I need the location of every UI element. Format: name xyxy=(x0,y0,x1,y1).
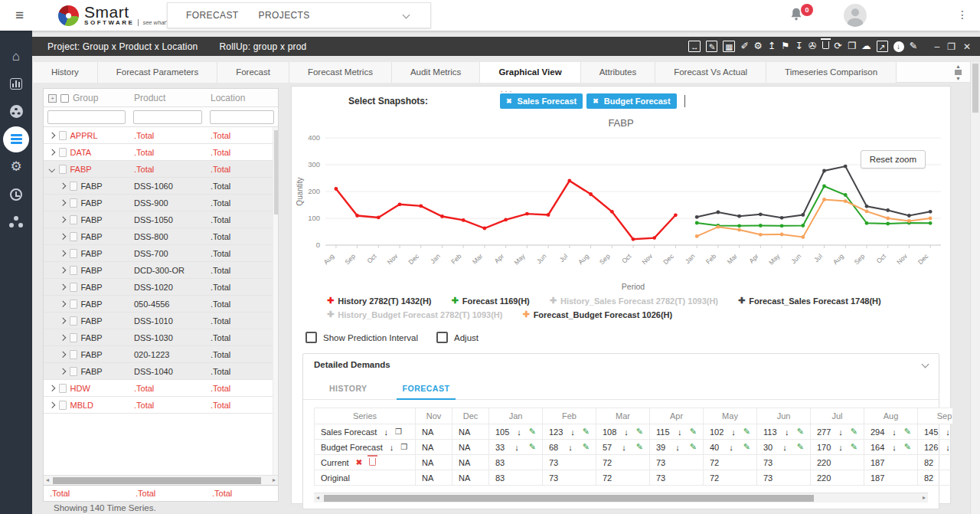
open-external-icon[interactable]: ↗ xyxy=(877,41,888,52)
chart[interactable]: 0100200300400AugSepOctNovDecJanFebMarApr… xyxy=(295,130,949,296)
tree-row[interactable]: FABPDSS-900.Total xyxy=(44,195,278,211)
chevron-right-icon[interactable] xyxy=(60,301,66,307)
column-width-icon[interactable]: ↔ xyxy=(688,41,701,52)
notifications-button[interactable]: 0 xyxy=(788,6,808,25)
group-filter-input[interactable] xyxy=(47,110,126,124)
apply-down-icon[interactable]: ↓ xyxy=(390,443,394,452)
tree-row[interactable]: FABPDSS-1010.Total xyxy=(44,313,278,329)
demand-value-cell[interactable]: 33↓✎ xyxy=(489,440,543,455)
cloud-upload-icon[interactable]: ☁ xyxy=(861,41,871,52)
apply-down-icon[interactable]: ↓ xyxy=(570,427,575,437)
sidebar-item-home[interactable]: ⌂ xyxy=(0,43,32,70)
chevron-right-icon[interactable] xyxy=(60,267,66,273)
tab-timeseries-comparison[interactable]: Timeseries Comparison xyxy=(766,62,897,83)
demand-value-cell[interactable]: 39↓✎ xyxy=(650,440,704,455)
tab-forecast-parameters[interactable]: Forecast Parameters xyxy=(98,62,217,83)
detailed-demands-header[interactable]: Detailed Demands xyxy=(303,354,939,375)
scroll-left-icon[interactable]: ◂ xyxy=(316,494,319,501)
download-icon[interactable]: ↧ xyxy=(795,41,803,52)
apply-down-icon[interactable]: ↓ xyxy=(946,427,950,437)
demand-value-cell[interactable]: 123↓✎ xyxy=(543,424,596,440)
demand-value-cell[interactable]: 68↓✎ xyxy=(543,440,596,455)
copy-icon[interactable]: ❐ xyxy=(395,427,402,436)
edit-pencil-icon[interactable]: ✎ xyxy=(851,442,858,452)
sidebar-item-dashboard[interactable] xyxy=(0,70,32,97)
reset-zoom-button[interactable]: Reset zoom xyxy=(861,150,926,169)
demand-value-cell[interactable]: 113↓✎ xyxy=(757,424,811,440)
demand-value-cell[interactable]: 164↓✎ xyxy=(864,440,918,455)
remove-icon[interactable]: ✖ xyxy=(356,458,362,467)
settings-grid-icon[interactable]: ⚙ xyxy=(754,41,763,52)
chevron-down-icon[interactable] xyxy=(49,166,55,172)
refresh-icon[interactable]: ⟳ xyxy=(835,41,842,52)
edit-pencil-icon[interactable]: ✎ xyxy=(904,442,911,452)
sidebar-item-hierarchy[interactable] xyxy=(0,208,32,235)
tree-vertical-scrollbar[interactable] xyxy=(273,127,278,475)
legend-item[interactable]: ✚History_Budget Forecast 2782(T) 1093(H) xyxy=(327,309,502,319)
apply-down-icon[interactable]: ↓ xyxy=(568,443,573,452)
demand-value-cell[interactable]: 277↓✎ xyxy=(811,424,864,440)
apply-down-icon[interactable]: ↓ xyxy=(838,443,843,452)
apply-down-icon[interactable]: ↓ xyxy=(517,427,521,437)
demand-value-cell[interactable]: 30↓✎ xyxy=(757,440,811,455)
tab-audit-metrics[interactable]: Audit Metrics xyxy=(392,62,480,83)
adjust-checkbox[interactable] xyxy=(436,332,448,343)
window-close-button[interactable]: ✕ xyxy=(963,42,971,51)
demand-value-cell[interactable]: 115↓✎ xyxy=(650,424,704,440)
edit-pencil-icon[interactable]: ✎ xyxy=(529,427,536,437)
tree-row[interactable]: FABPDSS-1050.Total xyxy=(44,211,278,228)
tab-attributes[interactable]: Attributes xyxy=(581,62,656,83)
scroll-right-icon[interactable]: ▸ xyxy=(923,494,926,501)
snapshot-icon[interactable]: ✇ xyxy=(808,41,816,52)
copy-icon[interactable]: ❐ xyxy=(400,443,407,451)
apply-down-icon[interactable]: ↓ xyxy=(782,443,787,452)
tree-row[interactable]: DATA.Total.Total xyxy=(44,144,278,161)
sidebar-item-timeseries-list[interactable] xyxy=(0,126,32,152)
tree-row[interactable]: FABPDSS-1030.Total xyxy=(44,329,278,346)
dd-tab-history[interactable]: HISTORY xyxy=(323,381,374,399)
edit-pencil-icon[interactable]: ✎ xyxy=(904,427,911,437)
snapshot-chip-budget-forecast[interactable]: ✖Budget Forecast xyxy=(586,93,676,109)
legend-item[interactable]: ✚Forecast_Budget Forecast 1026(H) xyxy=(522,309,672,319)
tree-row[interactable]: FABPDCD-300-OR.Total xyxy=(44,262,278,279)
apply-down-icon[interactable]: ↓ xyxy=(729,443,733,452)
demand-value-cell[interactable]: 40↓✎ xyxy=(704,440,757,455)
edit-pencil-icon[interactable]: ✎ xyxy=(690,427,697,437)
demand-value-cell[interactable]: 145↓✎ xyxy=(918,424,953,440)
edit-pencil-icon[interactable]: ✎ xyxy=(743,427,750,437)
tab-forecast-vs-actual[interactable]: Forecast Vs Actual xyxy=(655,62,766,83)
scroll-up-icon[interactable]: ▲ xyxy=(956,64,961,69)
demand-value-cell[interactable]: 105↓✎ xyxy=(489,424,543,440)
chevron-right-icon[interactable] xyxy=(49,385,55,391)
tab-forecast[interactable]: Forecast xyxy=(217,62,289,83)
download-circle-icon[interactable]: ↓ xyxy=(893,41,904,52)
tree-row[interactable]: HDW.Total.Total xyxy=(44,380,278,397)
window-restore-button[interactable]: ❐ xyxy=(947,42,956,51)
hamburger-menu-icon[interactable]: ≡ xyxy=(15,7,24,24)
edit-pencil-icon[interactable]: ✎ xyxy=(690,442,697,452)
product-filter-input[interactable] xyxy=(133,110,202,124)
nav-forecast[interactable]: FORECAST xyxy=(186,10,239,21)
chevron-right-icon[interactable] xyxy=(60,368,66,375)
legend-item[interactable]: ✚Forecast 1169(H) xyxy=(452,296,530,306)
edit-table-icon[interactable]: ✎ xyxy=(706,41,717,52)
tree-row[interactable]: FABP020-1223.Total xyxy=(44,346,278,363)
edit-pencil-icon[interactable]: ✎ xyxy=(636,427,643,437)
edit-pencil-icon[interactable]: ✎ xyxy=(797,427,804,437)
window-scrollbar[interactable] xyxy=(970,62,980,514)
splitter-handle[interactable]: ··· xyxy=(500,85,514,97)
apply-down-icon[interactable]: ↓ xyxy=(892,443,897,452)
chevron-right-icon[interactable] xyxy=(49,149,55,156)
demand-value-cell[interactable]: 102↓✎ xyxy=(704,424,757,440)
tree-row[interactable]: FABP050-4556.Total xyxy=(44,296,278,313)
apply-down-icon[interactable]: ↓ xyxy=(622,443,626,452)
apply-down-icon[interactable]: ↓ xyxy=(624,427,629,437)
apply-down-icon[interactable]: ↓ xyxy=(514,443,519,452)
edit-pencil-icon[interactable]: ✎ xyxy=(583,427,590,437)
edit-pencil-icon[interactable]: ✎ xyxy=(743,442,750,452)
kebab-menu-icon[interactable]: ⋮ xyxy=(957,8,968,21)
chevron-right-icon[interactable] xyxy=(60,284,66,290)
scroll-down-icon[interactable]: ▼ xyxy=(956,76,961,81)
edit-pencil-icon[interactable]: ✎ xyxy=(583,442,590,452)
show-prediction-interval-option[interactable]: Show Prediction Interval xyxy=(305,332,418,343)
